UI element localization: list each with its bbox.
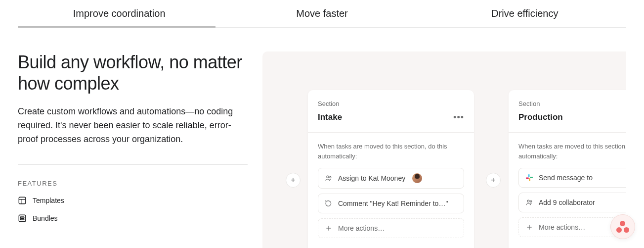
features-label: FEATURES: [18, 180, 248, 187]
templates-icon: [18, 196, 27, 205]
action-text: Assign to Kat Mooney: [338, 174, 405, 182]
section-instruction: When tasks are moved to this section, do…: [318, 142, 464, 161]
svg-rect-10: [528, 174, 530, 177]
page-description: Create custom workflows and automations—…: [18, 105, 248, 147]
svg-point-6: [327, 176, 329, 178]
page-heading: Build any workflow, no matter how comple…: [18, 51, 248, 94]
divider: [18, 164, 248, 165]
svg-rect-12: [529, 178, 531, 181]
svg-rect-3: [19, 215, 26, 222]
feature-label: Templates: [33, 197, 64, 204]
section-instruction: When tasks are moved to this section, do…: [518, 142, 626, 161]
people-icon: [525, 198, 534, 207]
people-icon: [324, 174, 333, 183]
tab-move-faster[interactable]: Move faster: [220, 0, 423, 27]
section-label: Section: [518, 100, 626, 107]
svg-point-14: [527, 200, 529, 202]
workflow-visual: Section Intake ••• When tasks are moved …: [262, 51, 626, 248]
svg-rect-0: [19, 197, 26, 204]
svg-rect-11: [530, 177, 533, 178]
section-card-intake: Section Intake ••• When tasks are moved …: [308, 90, 474, 248]
more-actions-text: More actions…: [338, 224, 385, 232]
content-left: Build any workflow, no matter how comple…: [18, 51, 262, 248]
more-menu-icon[interactable]: •••: [453, 115, 464, 120]
add-section-button[interactable]: +: [286, 173, 301, 188]
feature-label: Bundles: [33, 214, 58, 222]
action-text: Add 9 collaborator: [539, 198, 595, 206]
more-actions-text: More actions…: [539, 223, 585, 231]
svg-rect-4: [20, 217, 24, 218]
section-title: Production: [518, 112, 563, 122]
automation-comment[interactable]: Comment "Hey Kat! Reminder to…": [318, 194, 464, 213]
automation-slack[interactable]: Send message to: [518, 168, 626, 188]
automation-collaborators[interactable]: Add 9 collaborator: [518, 193, 626, 212]
avatar: [412, 173, 422, 183]
tab-indicator: [18, 26, 215, 28]
more-actions-button[interactable]: More actions…: [318, 218, 464, 238]
section-label: Section: [318, 100, 464, 107]
action-text: Send message to: [539, 174, 593, 182]
section-title: Intake: [318, 112, 342, 122]
comment-icon: [324, 199, 333, 208]
tab-drive-efficiency[interactable]: Drive efficiency: [424, 0, 626, 27]
svg-point-7: [330, 176, 331, 178]
slack-icon: [525, 173, 534, 182]
plus-icon: [525, 223, 534, 232]
svg-rect-13: [526, 178, 529, 179]
feature-bundles[interactable]: Bundles: [18, 214, 248, 223]
automation-assign[interactable]: Assign to Kat Mooney: [318, 168, 464, 189]
tab-improve-coordination[interactable]: Improve coordination: [18, 0, 220, 27]
section-card-production: Section Production When tasks are moved …: [509, 90, 626, 248]
svg-point-15: [530, 200, 532, 202]
feature-templates[interactable]: Templates: [18, 196, 248, 205]
plus-icon: [324, 224, 333, 233]
action-text: Comment "Hey Kat! Reminder to…": [338, 199, 448, 207]
bundles-icon: [18, 214, 27, 223]
asana-badge[interactable]: [610, 214, 635, 239]
svg-rect-5: [20, 219, 24, 220]
add-section-button[interactable]: +: [486, 173, 501, 188]
tab-bar: Improve coordination Move faster Drive e…: [18, 0, 626, 28]
